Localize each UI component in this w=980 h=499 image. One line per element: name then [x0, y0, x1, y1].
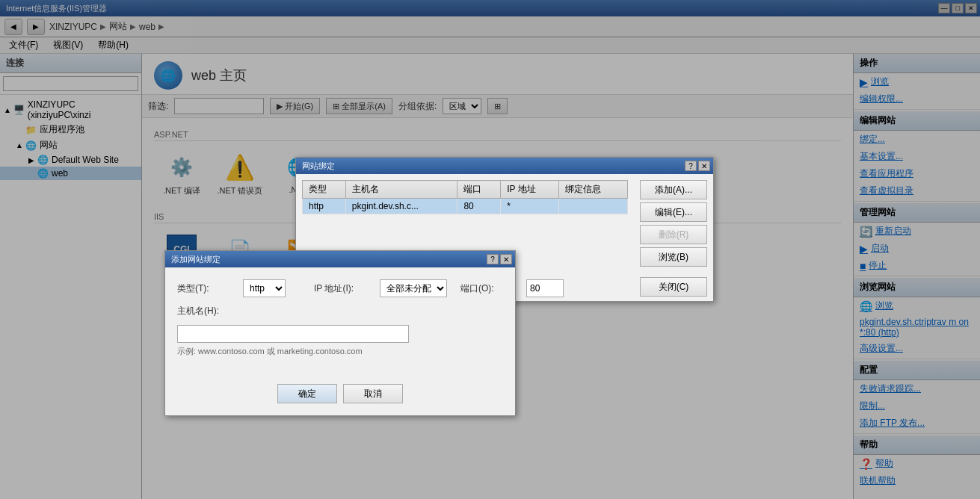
- binding-type-0: http: [303, 199, 346, 214]
- hostname-label: 主机名(H):: [177, 305, 237, 317]
- type-select[interactable]: http https: [243, 279, 286, 297]
- ok-button[interactable]: 确定: [277, 384, 337, 403]
- add-binding-footer: 确定 取消: [165, 378, 515, 415]
- add-binding-close-x-button[interactable]: ✕: [500, 254, 512, 264]
- cancel-button[interactable]: 取消: [343, 384, 403, 403]
- col-port: 端口: [457, 181, 501, 199]
- add-binding-title-bar: 添加网站绑定 ? ✕: [165, 251, 515, 267]
- add-binding-help-button[interactable]: ?: [487, 254, 499, 264]
- binding-port-0: 80: [457, 199, 501, 214]
- col-hostname: 主机名: [345, 181, 457, 199]
- port-label: 端口(O):: [460, 282, 520, 295]
- binding-close-x-button[interactable]: ✕: [698, 161, 710, 171]
- col-ip: IP 地址: [501, 181, 559, 199]
- binding-help-button[interactable]: ?: [685, 161, 697, 171]
- col-binding-info: 绑定信息: [559, 181, 628, 199]
- hostname-input[interactable]: [177, 325, 409, 343]
- binding-hostname-0: pkgint.dev.sh.c...: [345, 199, 457, 214]
- binding-info-0: [559, 199, 628, 214]
- remove-binding-button[interactable]: 删除(R): [640, 225, 707, 244]
- hostname-row: 主机名(H):: [177, 305, 503, 317]
- ip-select[interactable]: 全部未分配: [380, 279, 447, 297]
- type-row: 类型(T): http https IP 地址(I): 全部未分配 端口(O):: [177, 279, 503, 297]
- port-input[interactable]: [526, 279, 564, 297]
- binding-ip-0: *: [501, 199, 559, 214]
- binding-table: 类型 主机名 端口 IP 地址 绑定信息 http pkgint.dev.sh.…: [302, 180, 628, 214]
- add-binding-content: 类型(T): http https IP 地址(I): 全部未分配 端口(O):…: [165, 267, 515, 378]
- binding-row-0[interactable]: http pkgint.dev.sh.c... 80 *: [303, 199, 628, 214]
- binding-dialog-title-bar: 网站绑定 ? ✕: [296, 158, 713, 174]
- col-type: 类型: [303, 181, 346, 199]
- ip-label: IP 地址(I):: [314, 282, 374, 295]
- type-label: 类型(T):: [177, 282, 237, 295]
- hostname-input-row: [177, 325, 503, 346]
- add-binding-button[interactable]: 添加(A)...: [640, 180, 707, 199]
- browse-binding-button[interactable]: 浏览(B): [640, 247, 707, 267]
- dialog-add-binding: 添加网站绑定 ? ✕ 类型(T): http https IP 地址(I): 全…: [164, 250, 516, 416]
- add-binding-title: 添加网站绑定: [168, 254, 487, 265]
- hostname-hint: 示例: www.contoso.com 或 marketing.contoso.…: [177, 346, 503, 357]
- binding-dialog-title: 网站绑定: [299, 161, 685, 172]
- close-binding-button[interactable]: 关闭(C): [640, 277, 707, 297]
- binding-dialog-buttons: 添加(A)... 编辑(E)... 删除(R) 浏览(B): [640, 180, 707, 267]
- edit-binding-button[interactable]: 编辑(E)...: [640, 202, 707, 222]
